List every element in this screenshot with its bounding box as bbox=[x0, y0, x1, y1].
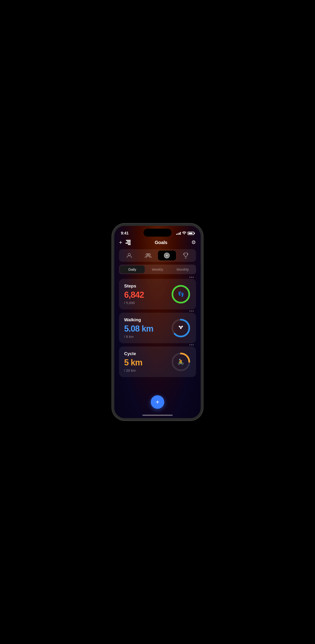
tab-target[interactable] bbox=[158, 250, 176, 260]
wifi-icon bbox=[182, 232, 186, 235]
walking-more-button[interactable] bbox=[190, 310, 194, 312]
steps-more-button[interactable] bbox=[190, 277, 194, 278]
page-title: Goals bbox=[155, 240, 167, 245]
cycle-label: Cycle bbox=[124, 351, 170, 356]
walking-target: / 8 km bbox=[124, 334, 170, 338]
settings-icon[interactable]: ⚙ bbox=[191, 240, 196, 246]
tab-trophy[interactable] bbox=[177, 250, 195, 260]
signal-icon bbox=[176, 232, 181, 235]
tab-weekly[interactable]: Weekly bbox=[145, 266, 170, 273]
cycle-more-button[interactable] bbox=[190, 344, 194, 345]
walking-circle bbox=[170, 318, 191, 338]
battery-fill bbox=[188, 233, 192, 234]
chart-icon[interactable] bbox=[126, 240, 131, 245]
cycle-ring: 🚴 bbox=[171, 352, 191, 372]
battery-icon bbox=[188, 232, 194, 235]
tab-group[interactable] bbox=[139, 250, 157, 260]
walking-info: Walking 5.08 km / 8 km bbox=[124, 317, 170, 338]
cycle-ring-icon: 🚴 bbox=[177, 359, 184, 365]
cycle-info: Cycle 5 km / 20 km bbox=[124, 351, 170, 372]
steps-ring: 👣 bbox=[171, 284, 191, 304]
add-goal-fab[interactable]: + bbox=[151, 395, 164, 409]
walking-label: Walking bbox=[124, 317, 170, 322]
status-icons bbox=[176, 232, 194, 235]
header-left: + bbox=[119, 240, 131, 245]
steps-info: Steps 6,842 / 5,000 bbox=[124, 284, 170, 305]
header: + Goals ⚙ bbox=[119, 238, 196, 249]
dynamic-island bbox=[144, 229, 172, 236]
cycle-target: / 20 km bbox=[124, 368, 170, 372]
fab-plus-icon: + bbox=[156, 399, 159, 405]
steps-card: Steps 6,842 / 5,000 👣 bbox=[119, 279, 196, 310]
svg-point-0 bbox=[128, 254, 130, 256]
add-button[interactable]: + bbox=[119, 240, 122, 245]
main-content: + Goals ⚙ bbox=[114, 238, 201, 377]
tab-person[interactable] bbox=[120, 250, 138, 260]
cycle-circle: 🚴 bbox=[170, 352, 191, 372]
walking-card: Walking 5.08 km / 8 km bbox=[119, 313, 196, 343]
steps-value: 6,842 bbox=[124, 290, 170, 300]
steps-label: Steps bbox=[124, 284, 170, 289]
period-tab-bar: Daily Weekly Monthly bbox=[119, 264, 196, 274]
tab-daily[interactable]: Daily bbox=[120, 266, 145, 273]
cycle-card: Cycle 5 km / 20 km 🚴 bbox=[119, 346, 196, 377]
steps-circle: 👣 bbox=[170, 284, 191, 305]
status-time: 9:41 bbox=[121, 231, 128, 236]
steps-ring-icon: 👣 bbox=[178, 291, 184, 297]
icon-tab-bar bbox=[119, 249, 196, 262]
home-indicator bbox=[142, 415, 173, 416]
walking-ring bbox=[171, 318, 191, 338]
cycle-value: 5 km bbox=[124, 358, 170, 368]
tab-monthly[interactable]: Monthly bbox=[170, 266, 195, 273]
svg-point-7 bbox=[166, 255, 167, 256]
phone-frame: 9:41 + bbox=[112, 224, 203, 420]
steps-target: / 5,000 bbox=[124, 301, 170, 305]
walking-ring-icon bbox=[178, 324, 184, 332]
walking-value: 5.08 km bbox=[124, 324, 170, 334]
svg-point-8 bbox=[186, 254, 186, 254]
